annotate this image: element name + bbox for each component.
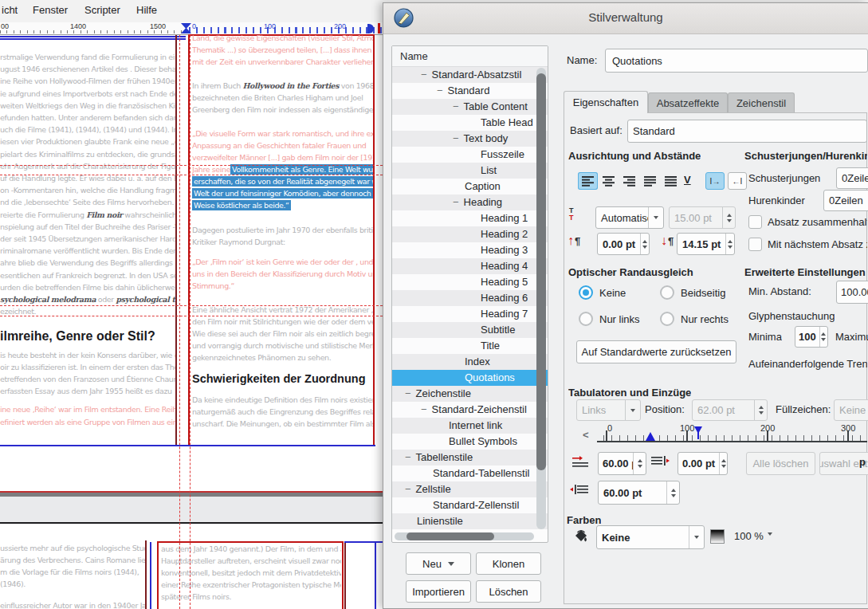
style-tree-item[interactable]: −Standard xyxy=(392,83,548,99)
style-tree-item[interactable]: Table Head xyxy=(392,115,548,131)
tree-expander-icon[interactable]: − xyxy=(421,69,427,81)
tree-expander-icon[interactable]: − xyxy=(405,451,411,463)
style-tree-item[interactable]: Heading 7 xyxy=(392,306,548,322)
style-tree-item[interactable]: −Zeichenstile xyxy=(392,386,548,402)
scrollbar-thumb[interactable] xyxy=(407,532,494,540)
align-force-justify-button[interactable] xyxy=(661,172,681,190)
style-tree-item[interactable]: Fusszeile xyxy=(392,147,548,163)
chevron-down-icon[interactable] xyxy=(768,536,772,550)
style-tree-item[interactable]: Caption xyxy=(392,179,548,194)
min-space-spinbox[interactable]: 100.00 % xyxy=(836,281,868,304)
tab-zeichenstil[interactable]: Zeichenstil xyxy=(728,92,795,113)
scrollbar-thumb[interactable] xyxy=(536,73,546,470)
tree-expander-icon[interactable]: − xyxy=(453,100,459,112)
optical-both-label[interactable]: Beidseitig xyxy=(681,287,725,299)
background-color-combobox[interactable]: Keine xyxy=(596,525,705,549)
keep-together-checkbox[interactable] xyxy=(748,215,762,229)
optical-right-radio[interactable] xyxy=(660,312,674,326)
optical-none-radio[interactable] xyxy=(579,285,593,300)
style-tree-item[interactable]: Standard-Tabellenstil xyxy=(392,466,548,481)
doc-left-column[interactable]: rstmalige Verwendung fand die Formulieru… xyxy=(0,51,175,445)
style-tree-item[interactable]: Internet link xyxy=(392,418,548,434)
keep-together-label[interactable]: Absatz zusammenhalten xyxy=(768,216,867,228)
minima-spinbox[interactable]: 100 xyxy=(795,326,828,348)
style-tree-item[interactable]: −Standard-Absatzstil xyxy=(392,67,548,83)
doc-page2-mid-column[interactable]: aus dem Jahr 1940 genannt.) Der Film, in… xyxy=(161,543,341,609)
keep-with-next-label[interactable]: Mit nächstem Absatz zusammenhalten xyxy=(768,238,867,250)
optical-left-radio[interactable] xyxy=(579,312,593,326)
align-justify-button[interactable] xyxy=(640,172,660,190)
style-tree-item[interactable]: Heading 2 xyxy=(392,226,548,242)
first-line-indent-spinbox[interactable]: 60.00 pt xyxy=(598,452,646,475)
doc-right-column[interactable]: Land, die gewisse Eigenschaften (visuell… xyxy=(192,32,373,445)
shade-value[interactable]: 100 % xyxy=(734,530,764,542)
style-name-input[interactable] xyxy=(605,49,868,73)
style-tree-item[interactable]: −Heading xyxy=(392,194,548,210)
style-tree-item[interactable]: −Table Content xyxy=(392,99,548,115)
align-right-button[interactable] xyxy=(619,172,639,190)
optical-left-label[interactable]: Nur links xyxy=(599,313,640,325)
style-tree-item[interactable]: Standard-Zellenstil xyxy=(392,497,548,513)
tree-expander-icon[interactable]: − xyxy=(405,483,411,495)
style-tree-item[interactable]: −Zellstile xyxy=(392,481,548,497)
style-tree-item[interactable]: Heading 5 xyxy=(392,274,548,290)
style-tree-item[interactable]: Title xyxy=(392,338,548,354)
import-button[interactable]: Importieren xyxy=(406,580,471,603)
clone-button[interactable]: Klonen xyxy=(476,552,541,575)
align-left-button[interactable] xyxy=(578,172,598,190)
tree-expander-icon[interactable]: − xyxy=(405,387,411,399)
space-above-spinbox[interactable]: 0.00 pt xyxy=(597,233,650,255)
optical-none-label[interactable]: Keine xyxy=(599,287,626,299)
indent-marker[interactable] xyxy=(646,432,655,441)
style-tree-item[interactable]: −Tabellenstile xyxy=(392,450,548,466)
style-tree-item[interactable]: Index xyxy=(392,354,548,370)
align-option-v[interactable]: V xyxy=(684,174,691,186)
tree-expander-icon[interactable]: − xyxy=(437,84,443,96)
style-tree-item[interactable]: Heading 1 xyxy=(392,210,548,226)
menu-item-window[interactable]: Fenster xyxy=(33,4,68,16)
shade-swatch[interactable] xyxy=(710,529,725,544)
tab-absatzeffekte[interactable]: Absatzeffekte xyxy=(648,92,728,113)
tree-expander-icon[interactable]: − xyxy=(453,132,459,144)
optical-both-radio[interactable] xyxy=(660,285,674,300)
style-tree-item[interactable]: −Text body xyxy=(392,131,548,147)
direction-rtl-button[interactable]: ←I xyxy=(728,172,747,190)
direction-ltr-button[interactable]: I→ xyxy=(705,172,725,190)
widows-spinbox[interactable]: 0Zeilen xyxy=(823,190,868,211)
keep-with-next-checkbox[interactable] xyxy=(748,238,762,251)
tree-horizontal-scrollbar[interactable] xyxy=(395,532,534,540)
style-tree-item[interactable]: Heading 4 xyxy=(392,258,548,274)
doc-page2-left-column[interactable]: ussierte mehr auf die psychologische Stu… xyxy=(0,542,145,609)
optical-right-label[interactable]: Nur rechts xyxy=(681,313,729,325)
align-center-button[interactable] xyxy=(599,172,619,190)
menu-item-view[interactable]: icht xyxy=(2,4,18,16)
menu-item-help[interactable]: Hilfe xyxy=(136,4,157,16)
tab-eigenschaften[interactable]: Eigenschaften xyxy=(564,91,648,113)
new-button[interactable]: Neu xyxy=(406,552,471,575)
ruler-scroll-left-button[interactable]: < xyxy=(583,429,589,441)
orphans-spinbox[interactable]: 0Zeilen xyxy=(836,167,868,189)
space-below-spinbox[interactable]: 14.15 pt xyxy=(677,233,735,255)
tree-header-name[interactable]: Name xyxy=(392,46,548,67)
right-indent-spinbox[interactable]: 0.00 pt xyxy=(678,452,728,475)
style-tree-item[interactable]: Quotations xyxy=(392,370,548,386)
style-tree-item[interactable]: Heading 6 xyxy=(392,290,548,306)
style-tree-item[interactable]: Heading 3 xyxy=(392,242,548,258)
style-tree[interactable]: Name −Standard-Absatzstil−Standard−Table… xyxy=(391,45,548,543)
style-tree-item[interactable]: List xyxy=(392,163,548,179)
left-indent-spinbox[interactable]: 60.00 pt xyxy=(598,481,680,505)
tree-expander-icon[interactable]: − xyxy=(421,403,427,415)
dialog-titlebar[interactable]: Stilverwaltung xyxy=(383,3,868,34)
tree-expander-icon[interactable]: − xyxy=(453,196,459,208)
style-tree-item[interactable]: Bullet Symbols xyxy=(392,434,548,450)
tree-vertical-scrollbar[interactable] xyxy=(536,68,546,529)
based-on-combobox[interactable]: Standard xyxy=(627,120,867,143)
reset-defaults-button[interactable]: Auf Standardwerte zurücksetzen xyxy=(576,340,736,363)
menu-item-scripter[interactable]: Scripter xyxy=(84,4,120,16)
line-spacing-mode-combobox[interactable]: Automatisch xyxy=(595,206,664,229)
delete-button[interactable]: Löschen xyxy=(476,580,541,603)
style-tree-item[interactable]: −Standard-Zeichenstil xyxy=(392,402,548,418)
style-tree-item[interactable]: Subtitle xyxy=(392,322,548,338)
style-tree-item[interactable]: Linienstile xyxy=(392,513,548,529)
tab-ruler[interactable]: 0 100 200 300 xyxy=(597,425,867,447)
